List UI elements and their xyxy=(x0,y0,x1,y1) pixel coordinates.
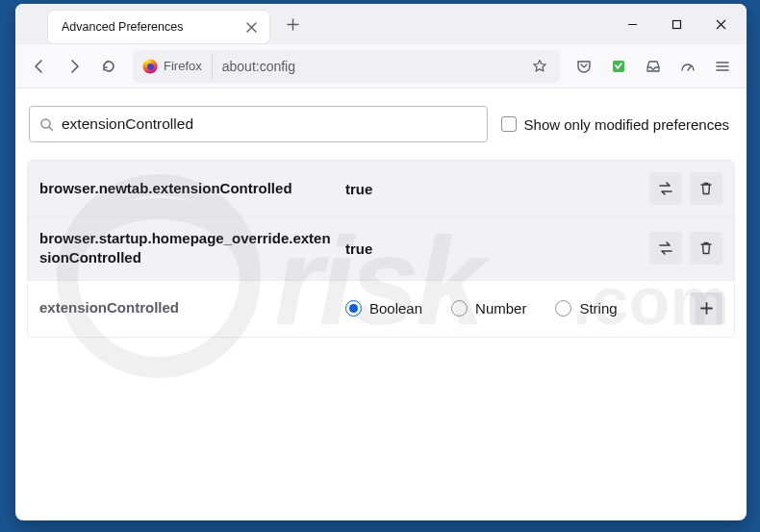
toggle-button[interactable] xyxy=(649,172,682,205)
pref-value: true xyxy=(345,241,640,257)
identity-label: Firefox xyxy=(164,59,202,73)
toolbar-right-icons xyxy=(568,51,739,82)
bookmark-star-button[interactable] xyxy=(525,59,554,74)
radio-icon xyxy=(555,300,571,317)
radio-boolean[interactable]: Boolean xyxy=(345,300,422,317)
minimize-button[interactable] xyxy=(610,4,654,44)
plus-icon xyxy=(699,301,714,316)
pref-row[interactable]: browser.startup.homepage_override.extens… xyxy=(28,217,734,281)
hamburger-icon xyxy=(715,59,730,74)
inbox-button[interactable] xyxy=(637,51,670,82)
pref-value: true xyxy=(345,181,640,197)
radio-string[interactable]: String xyxy=(555,300,617,317)
svg-point-2 xyxy=(147,63,154,70)
app-menu-button[interactable] xyxy=(706,51,739,82)
pref-row[interactable]: browser.newtab.extensionControlled true xyxy=(28,161,734,217)
trash-icon xyxy=(698,241,714,256)
type-radio-group: Boolean Number String xyxy=(345,300,680,317)
puzzle-icon xyxy=(611,59,626,74)
swap-icon xyxy=(657,240,674,257)
titlebar: Advanced Preferences xyxy=(15,4,747,44)
star-icon xyxy=(532,59,547,74)
close-icon xyxy=(246,22,257,33)
url-bar[interactable]: Firefox about:config xyxy=(133,50,560,83)
svg-rect-0 xyxy=(672,20,680,28)
new-pref-name: extensionControlled xyxy=(39,298,336,317)
arrow-left-icon xyxy=(32,59,47,74)
inbox-icon xyxy=(646,59,661,74)
close-icon xyxy=(716,19,726,30)
pref-name: browser.startup.homepage_override.extens… xyxy=(39,229,336,268)
results-table: browser.newtab.extensionControlled true … xyxy=(27,160,735,338)
radio-label: Boolean xyxy=(369,300,422,317)
dashboard-button[interactable] xyxy=(671,51,704,82)
pocket-button[interactable] xyxy=(568,51,600,82)
reload-icon xyxy=(101,59,116,74)
extension-button[interactable] xyxy=(602,51,635,82)
nav-toolbar: Firefox about:config xyxy=(15,44,747,89)
minimize-icon xyxy=(627,19,638,30)
forward-button[interactable] xyxy=(58,51,90,82)
maximize-icon xyxy=(671,19,682,30)
pref-name: browser.newtab.extensionControlled xyxy=(39,179,336,198)
window-controls xyxy=(610,4,743,44)
close-window-button[interactable] xyxy=(698,4,743,44)
delete-button[interactable] xyxy=(690,172,722,205)
back-button[interactable] xyxy=(23,51,56,82)
gauge-icon xyxy=(680,59,696,74)
pref-search-input[interactable] xyxy=(62,115,477,133)
pocket-icon xyxy=(576,59,592,74)
radio-number[interactable]: Number xyxy=(451,300,526,317)
arrow-right-icon xyxy=(66,59,82,74)
radio-icon xyxy=(345,300,362,317)
tab-advanced-preferences[interactable]: Advanced Preferences xyxy=(48,11,269,43)
tab-title: Advanced Preferences xyxy=(62,20,242,34)
new-pref-row: extensionControlled Boolean Number Strin… xyxy=(28,281,734,337)
reload-button[interactable] xyxy=(92,51,125,82)
trash-icon xyxy=(698,181,714,196)
checkbox-label: Show only modified preferences xyxy=(524,116,729,133)
new-tab-button[interactable] xyxy=(279,11,306,38)
about-config-content: Show only modified preferences browser.n… xyxy=(15,89,747,520)
add-pref-button[interactable] xyxy=(690,292,722,325)
radio-label: String xyxy=(579,300,617,317)
url-text: about:config xyxy=(213,59,525,74)
search-icon xyxy=(39,117,54,132)
radio-label: Number xyxy=(475,300,526,317)
plus-icon xyxy=(287,18,299,31)
toggle-button[interactable] xyxy=(649,232,682,265)
swap-icon xyxy=(657,180,674,197)
pref-search-box[interactable] xyxy=(29,106,488,142)
radio-icon xyxy=(451,300,468,317)
maximize-button[interactable] xyxy=(654,4,698,44)
show-modified-checkbox[interactable]: Show only modified preferences xyxy=(501,116,733,133)
checkbox-icon xyxy=(501,116,517,132)
identity-box[interactable]: Firefox xyxy=(139,54,213,79)
firefox-logo-icon xyxy=(142,59,158,74)
delete-button[interactable] xyxy=(690,232,722,265)
tab-close-button[interactable] xyxy=(242,18,260,36)
browser-window: Advanced Preferences xyxy=(15,4,747,520)
